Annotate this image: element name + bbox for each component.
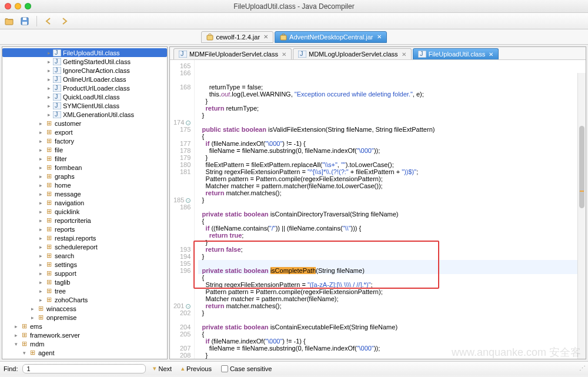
tree-package-export[interactable]: ▸export	[2, 128, 167, 136]
code-line[interactable]: return returnType;	[198, 105, 582, 112]
disclosure-icon[interactable]: ▸	[38, 121, 44, 126]
disclosure-icon[interactable]: ▸	[38, 279, 44, 285]
tree-package-support[interactable]: ▸support	[2, 269, 167, 278]
tree-package-framework.server[interactable]: ▸framework.server	[2, 331, 167, 339]
disclosure-icon[interactable]: ▸	[46, 85, 52, 91]
code-line[interactable]: private static boolean isContainExecutab…	[198, 323, 582, 331]
code-line[interactable]: }	[198, 253, 582, 260]
disclosure-icon[interactable]: ▸	[38, 226, 44, 232]
code-line[interactable]	[198, 316, 582, 323]
tree-package-tree[interactable]: ▸tree	[2, 286, 167, 295]
code-line[interactable]: return false;	[198, 246, 582, 253]
code-editor[interactable]: 165166 168 174-175 177178179180181 185-1…	[170, 60, 586, 359]
find-input[interactable]	[22, 364, 146, 373]
disclosure-icon[interactable]: ▸	[38, 174, 44, 179]
tree-package-ems[interactable]: ▸ems	[2, 322, 167, 331]
close-icon[interactable]: ✕	[282, 51, 286, 58]
code-line[interactable]	[198, 260, 582, 267]
close-icon[interactable]: ✕	[377, 34, 382, 40]
tree-package-search[interactable]: ▸search	[2, 251, 167, 260]
package-explorer[interactable]: ▸JFileUploadUtil.class▸JGettingStartedUt…	[2, 46, 168, 359]
code-line[interactable]: return matcher.matches();	[198, 189, 582, 196]
find-next-button[interactable]: ▾ Next	[151, 364, 174, 373]
scroll-thumb[interactable]	[579, 126, 584, 208]
close-icon[interactable]: ✕	[263, 34, 268, 40]
code-line[interactable]: return true;	[198, 232, 582, 239]
disclosure-icon[interactable]: ▸	[38, 288, 44, 294]
disclosure-icon[interactable]: ▸	[38, 156, 44, 162]
tree-package-winaccess[interactable]: ▸winaccess	[2, 304, 167, 313]
tree-package-navigation[interactable]: ▸navigation	[2, 198, 167, 207]
disclosure-icon[interactable]: ▾	[13, 341, 19, 347]
code-line[interactable]: }	[198, 309, 582, 316]
file-tab-1[interactable]: JMDMLogUploaderServlet.class✕	[293, 48, 412, 59]
tree-package-taglib[interactable]: ▸taglib	[2, 278, 167, 286]
tree-package-message[interactable]: ▸message	[2, 189, 167, 198]
code-line[interactable]	[198, 203, 582, 211]
disclosure-icon[interactable]: ▸	[38, 129, 44, 135]
tree-package-formbean[interactable]: ▸formbean	[2, 163, 167, 172]
disclosure-icon[interactable]: ▸	[46, 103, 52, 109]
tree-package-schedulereport[interactable]: ▸schedulereport	[2, 242, 167, 251]
tree-package-quicklink[interactable]: ▸quicklink	[2, 207, 167, 216]
disclosure-icon[interactable]: ▸	[46, 68, 52, 74]
tree-class-XMLGenerationUtil.class[interactable]: ▸JXMLGenerationUtil.class	[2, 110, 167, 119]
code-line[interactable]: }	[198, 112, 582, 119]
disclosure-icon[interactable]: ▸	[29, 315, 35, 321]
tree-package-agent[interactable]: ▾agent	[2, 348, 167, 357]
code-line[interactable]: returnType = false;	[198, 84, 582, 91]
tree-class-OnlineUrlLoader.class[interactable]: ▸JOnlineUrlLoader.class	[2, 75, 167, 84]
tree-class-ProductUrlLoader.class[interactable]: ▸JProductUrlLoader.class	[2, 84, 167, 92]
file-tab-0[interactable]: JMDMFileUploaderServlet.class✕	[173, 48, 292, 59]
tree-class-QuickLoadUtil.class[interactable]: ▸JQuickLoadUtil.class	[2, 92, 167, 101]
jar-tab-1[interactable]: AdventNetDesktopCentral.jar✕	[275, 31, 386, 43]
code-line[interactable]: {	[198, 274, 582, 281]
code-line[interactable]: {	[198, 331, 582, 338]
code-line[interactable]: private static boolean isContainDirector…	[198, 211, 582, 218]
code-line[interactable]: }	[198, 98, 582, 105]
case-sensitive-checkbox[interactable]: Case sensitive	[219, 365, 275, 373]
back-icon[interactable]	[43, 15, 55, 27]
tree-package-onpremise[interactable]: ▸onpremise	[2, 313, 167, 322]
tree-package-reportcriteria[interactable]: ▸reportcriteria	[2, 216, 167, 225]
code-line[interactable]: {	[198, 133, 582, 140]
disclosure-icon[interactable]: ▸	[38, 218, 44, 223]
tree-package-customer[interactable]: ▸customer	[2, 119, 167, 128]
tree-package-file[interactable]: ▸file	[2, 145, 167, 154]
tree-package-graphs[interactable]: ▸graphs	[2, 172, 167, 181]
code-line[interactable]: fileExtPattern = fileExtPattern.replaceA…	[198, 161, 582, 168]
tree-package-factory[interactable]: ▸factory	[2, 136, 167, 145]
disclosure-icon[interactable]: ▸	[38, 209, 44, 215]
disclosure-icon[interactable]: ▸	[38, 200, 44, 206]
disclosure-icon[interactable]: ▸	[38, 182, 44, 188]
code-line[interactable]: Matcher matcher = pattern.matcher(fileNa…	[198, 182, 582, 189]
code-line[interactable]: this.out.log(Level.WARNING, "Exception o…	[198, 91, 582, 98]
code-line[interactable]: fileName = fileName.substring(0, fileNam…	[198, 147, 582, 154]
jar-tab-0[interactable]: cewolf-1.2.4.jar✕	[201, 31, 273, 43]
disclosure-icon[interactable]: ▸	[13, 332, 19, 338]
find-previous-button[interactable]: ▴ Previous	[179, 364, 214, 373]
tree-package-settings[interactable]: ▸settings	[2, 260, 167, 269]
tree-class-IgnoreCharAction.class[interactable]: ▸JIgnoreCharAction.class	[2, 66, 167, 75]
disclosure-icon[interactable]: ▸	[13, 323, 19, 329]
open-folder-icon[interactable]	[4, 15, 15, 27]
close-icon[interactable]: ✕	[489, 51, 493, 58]
tree-package-mdm[interactable]: ▾mdm	[2, 339, 167, 348]
disclosure-icon[interactable]: ▸	[46, 76, 52, 82]
code-line[interactable]: Pattern pattern = Pattern.compile(regexF…	[198, 288, 582, 295]
disclosure-icon[interactable]: ▸	[38, 165, 44, 171]
disclosure-icon[interactable]: ▸	[38, 253, 44, 259]
code-line[interactable]: }	[198, 196, 582, 203]
tree-class-GettingStartedUtil.class[interactable]: ▸JGettingStartedUtil.class	[2, 57, 167, 66]
resize-grip-icon[interactable]: ⋰	[579, 365, 584, 372]
disclosure-icon[interactable]: ▸	[38, 244, 44, 250]
tree-package-home[interactable]: ▸home	[2, 181, 167, 189]
tree-package-handlers[interactable]: handlers	[2, 357, 167, 359]
code-line[interactable]: if (fileName.indexOf("\000") != -1) {	[198, 140, 582, 147]
tree-class-SYMClientUtil.class[interactable]: ▸JSYMClientUtil.class	[2, 101, 167, 110]
tree-package-reports[interactable]: ▸reports	[2, 225, 167, 233]
disclosure-icon[interactable]: ▸	[46, 59, 52, 65]
code-line[interactable]	[198, 119, 582, 126]
code-line[interactable]: private static boolean isCompletePath(St…	[198, 267, 582, 274]
disclosure-icon[interactable]: ▸	[38, 191, 44, 197]
